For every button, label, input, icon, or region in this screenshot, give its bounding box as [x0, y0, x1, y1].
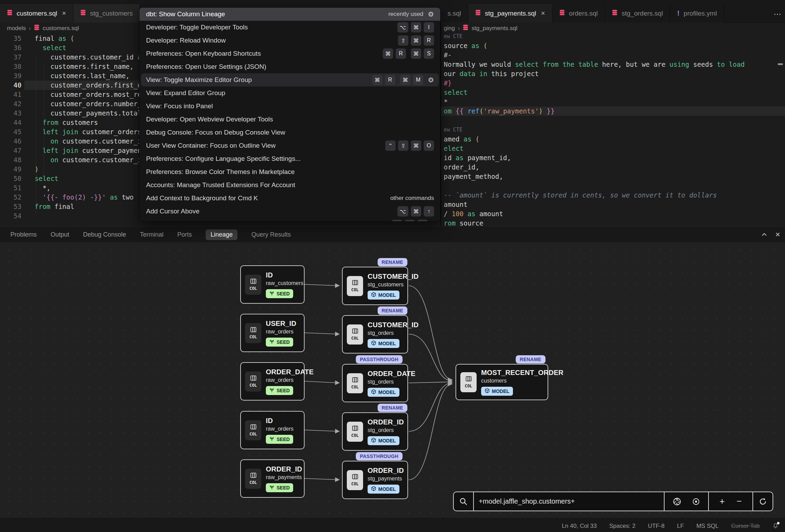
- tab-stg_customers[interactable]: stg_customers: [73, 4, 140, 22]
- search-input-cell: [473, 492, 664, 511]
- palette-item[interactable]: Preferences: Browse Color Themes in Mark…: [139, 165, 440, 178]
- lineage-node-raw_orders-user_id[interactable]: COLUSER_IDraw_ordersSEED: [240, 314, 305, 352]
- code-text: ew CTE: [444, 125, 462, 135]
- line-number: 47: [0, 146, 21, 155]
- node-subtitle: stg_payments: [368, 476, 404, 482]
- panel-tab-lineage[interactable]: Lineage: [206, 229, 237, 240]
- lineage-node-stg_orders-customer_id[interactable]: COLCUSTOMER_IDstg_ordersMODELRENAME: [342, 315, 408, 354]
- code-line: ew CTE: [441, 125, 785, 135]
- target-icon[interactable]: [692, 497, 700, 506]
- lineage-node-stg_customers-customer_id[interactable]: COLCUSTOMER_IDstg_customersMODELRENAME: [342, 267, 408, 305]
- palette-item[interactable]: Debug Console: Focus on Debug Console Vi…: [139, 126, 440, 139]
- shortcut-key-group: ⌘M: [400, 75, 423, 85]
- search-options-cell: [664, 492, 708, 511]
- lineage-node-stg_orders-order_id[interactable]: COLORDER_IDstg_ordersMODELRENAME: [342, 412, 408, 451]
- status-item[interactable]: Ln 40, Col 33: [562, 523, 597, 530]
- line-number: 53: [0, 202, 21, 211]
- palette-item[interactable]: Developer: Toggle Developer Tools⌥⌘I: [139, 21, 440, 34]
- breadcrumb-item[interactable]: models: [7, 25, 26, 32]
- panel-tab-query-results[interactable]: Query Results: [251, 231, 291, 238]
- breadcrumb-item[interactable]: ging: [444, 25, 455, 32]
- tab-customers-sql[interactable]: customers.sql×: [0, 4, 73, 22]
- lineage-node-customers-most_recent_order[interactable]: COLMOST_RECENT_ORDERcustomersMODELRENAME: [455, 364, 548, 400]
- palette-item[interactable]: View: Toggle Maximize Editor Group⌘R⌘M⚙: [141, 73, 439, 86]
- node-content: CUSTOMER_IDstg_customersMODEL: [368, 273, 418, 300]
- col-label: COL: [351, 481, 359, 486]
- palette-item[interactable]: Developer: Reload Window⇧⌘R: [139, 34, 440, 47]
- col-label: COL: [250, 334, 257, 339]
- lineage-node-raw_orders-id[interactable]: COLIDraw_ordersSEED: [240, 411, 305, 449]
- code-token: select: [444, 89, 468, 96]
- status-item[interactable]: MS SQL: [696, 523, 719, 530]
- breadcrumb-item[interactable]: customers.sql: [43, 25, 79, 32]
- lineage-search-input[interactable]: [474, 497, 664, 505]
- tab-close-icon[interactable]: ×: [541, 9, 545, 17]
- lineage-node-stg_payments-order_id[interactable]: COLORDER_IDstg_paymentsMODELPASSTHROUGH: [342, 461, 408, 499]
- tab-stg_payments-sql[interactable]: stg_payments.sql×: [468, 4, 552, 22]
- code-token: customer_orders.first_or: [35, 81, 145, 89]
- code-token: customer_orders.number_o: [35, 100, 145, 108]
- shortcut-key: ⌥: [397, 22, 408, 33]
- panel-maximize-chevron-icon[interactable]: [761, 231, 768, 238]
- code-token: payment_id,: [468, 154, 511, 162]
- code-line: rom source: [441, 219, 785, 226]
- status-item[interactable]: Spaces: 2: [609, 523, 635, 530]
- palette-item[interactable]: View: Focus into Panel: [139, 100, 440, 113]
- bell-icon[interactable]: [772, 523, 779, 529]
- code-token: [35, 156, 51, 164]
- palette-item[interactable]: Accounts: Manage Trusted Extensions For …: [139, 178, 440, 192]
- notification-dot: [777, 522, 779, 524]
- zoom-in-button[interactable]: +: [720, 496, 725, 507]
- palette-item[interactable]: Preferences: Open Keyboard Shortcuts⌘R⌘S: [139, 47, 440, 60]
- panel-tab-problems[interactable]: Problems: [10, 231, 37, 238]
- panel-tab-debug-console[interactable]: Debug Console: [83, 231, 126, 238]
- palette-item[interactable]: View: Expand Editor Group: [139, 86, 440, 100]
- palette-item[interactable]: Developer: Open Webview Developer Tools: [139, 113, 440, 126]
- panel-tab-output[interactable]: Output: [51, 231, 69, 238]
- code-text: -- `amount` is currently stored in cents…: [444, 191, 717, 200]
- column-icon: COL: [460, 372, 477, 392]
- lineage-node-raw_orders-order_date[interactable]: COLORDER_DATEraw_ordersSEED: [240, 362, 305, 401]
- refresh-button[interactable]: [752, 492, 773, 511]
- panel-tab-terminal[interactable]: Terminal: [140, 231, 163, 238]
- palette-item[interactable]: Add Context to Background for Cmd Kother…: [139, 192, 440, 205]
- tab-orders-sql[interactable]: orders.sql: [552, 4, 605, 22]
- zoom-out-button[interactable]: −: [737, 496, 742, 507]
- code-line: #}: [441, 79, 785, 88]
- tab-stg_orders-sql[interactable]: stg_orders.sql: [605, 4, 670, 22]
- code-token: customers.customer_id: [35, 53, 137, 61]
- panel-tab-ports[interactable]: Ports: [177, 231, 192, 238]
- editor-actions-more-icon[interactable]: ⋯: [774, 10, 782, 19]
- palette-item[interactable]: dbt: Show Column Lineagerecently used⚙: [139, 8, 440, 21]
- tab-s-sql[interactable]: s.sql: [441, 4, 468, 22]
- panel-close-icon[interactable]: ×: [775, 230, 780, 239]
- seed-badge: SEED: [266, 386, 293, 395]
- palette-item[interactable]: User View Container: Focus on Outline Vi…: [139, 139, 440, 152]
- status-item[interactable]: UTF-8: [648, 523, 665, 530]
- status-item[interactable]: LF: [677, 523, 684, 530]
- right-editor[interactable]: ging›stg_payments.sqlew CTEsource as (#-…: [441, 22, 785, 226]
- lineage-node-raw_payments-order_id[interactable]: COLORDER_IDraw_paymentsSEED: [240, 459, 305, 498]
- breadcrumb-item[interactable]: stg_payments.sql: [471, 25, 517, 32]
- palette-item[interactable]: Preferences: Open User Settings (JSON): [139, 60, 440, 73]
- palette-item[interactable]: Preferences: Configure Language Specific…: [139, 152, 440, 165]
- shortcut-key: ⌘: [383, 48, 393, 59]
- warning-icon: !: [677, 9, 679, 17]
- palette-item-label: Preferences: Open User Settings (JSON): [146, 63, 266, 71]
- shortcut-key: ⌘: [411, 140, 421, 151]
- lineage-node-stg_orders-order_date[interactable]: COLORDER_DATEstg_ordersMODELPASSTHROUGH: [342, 364, 408, 402]
- palette-item-label: Developer: Toggle Developer Tools: [146, 24, 248, 31]
- palette-item-label: Developer: Reload Window: [146, 37, 226, 44]
- gear-icon[interactable]: ⚙: [428, 76, 434, 84]
- status-cursor-tab[interactable]: Cursor Tab: [731, 523, 760, 530]
- aperture-icon[interactable]: [673, 497, 682, 506]
- lineage-node-raw_customers-id[interactable]: COLIDraw_customersSEED: [240, 265, 305, 304]
- tab-profiles-yml[interactable]: !profiles.yml: [670, 4, 724, 22]
- line-number: 52: [0, 193, 21, 202]
- lineage-canvas[interactable]: COLIDraw_customersSEEDCOLCUSTOMER_IDstg_…: [0, 242, 785, 518]
- gear-icon[interactable]: ⚙: [428, 10, 434, 18]
- palette-item[interactable]: Add Cursor Above⌥⌘↑: [139, 205, 440, 218]
- tab-close-icon[interactable]: ×: [62, 9, 66, 17]
- badge-label: SEED: [277, 339, 290, 345]
- column-icon: COL: [245, 469, 261, 489]
